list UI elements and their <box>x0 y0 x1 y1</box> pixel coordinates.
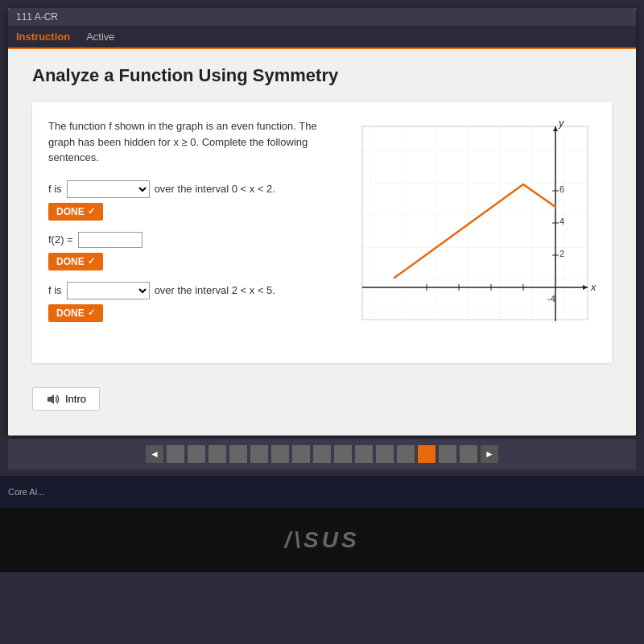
asus-logo: /\SUS <box>284 527 359 553</box>
intro-button-label: Intro <box>65 393 86 405</box>
form-row-2: f(2) = <box>48 232 322 248</box>
form-row1-prefix: f is <box>48 183 62 195</box>
done-button-2[interactable]: DONE <box>48 253 103 270</box>
nav-square-13[interactable] <box>418 445 436 463</box>
page-title: Analyze a Function Using Symmetry <box>32 65 612 86</box>
title-bar-label: 111 A-CR <box>16 11 58 23</box>
svg-text:2: 2 <box>559 249 564 258</box>
graph-container: x y -4 6 4 2 <box>338 118 596 347</box>
speaker-icon <box>46 394 60 405</box>
done-button-3[interactable]: DONE <box>48 304 103 322</box>
nav-right-arrow[interactable]: ► <box>481 445 498 463</box>
title-bar: 111 A-CR <box>8 8 636 26</box>
nav-square-6[interactable] <box>271 445 289 463</box>
nav-square-7[interactable] <box>292 445 310 463</box>
intro-button[interactable]: Intro <box>32 387 100 411</box>
form-row1-select[interactable]: increasing decreasing constant <box>67 180 150 198</box>
nav-square-11[interactable] <box>376 445 394 463</box>
form-row2-prefix: f(2) = <box>48 233 73 246</box>
svg-text:-4: -4 <box>547 294 555 303</box>
form-row1-suffix: over the interval 0 < x < 2. <box>155 183 275 195</box>
form-row-3: f is increasing decreasing constant over… <box>48 282 322 299</box>
form-row2-input[interactable] <box>78 232 142 248</box>
nav-square-8[interactable] <box>313 445 331 463</box>
nav-bar: ◄ ► <box>8 439 636 469</box>
nav-square-4[interactable] <box>229 445 247 463</box>
intro-section: Intro <box>32 379 612 419</box>
done-button-1[interactable]: DONE <box>48 203 103 221</box>
asus-area: /\SUS <box>0 508 644 572</box>
form-row3-suffix: over the interval 2 < x < 5. <box>155 284 275 296</box>
graph-svg: x y -4 6 4 2 <box>338 118 596 344</box>
tab-bar: Instruction Active <box>8 26 636 49</box>
content-area: The function f shown in the graph is an … <box>32 102 612 363</box>
taskbar-label: Core Al... <box>8 487 44 497</box>
nav-square-3[interactable] <box>208 445 226 463</box>
nav-square-15[interactable] <box>460 445 477 463</box>
left-panel: The function f shown in the graph is an … <box>48 118 322 347</box>
nav-square-10[interactable] <box>355 445 373 463</box>
form-row3-prefix: f is <box>48 284 62 296</box>
main-content: Analyze a Function Using Symmetry The fu… <box>8 49 636 436</box>
form-row-1: f is increasing decreasing constant over… <box>48 180 322 198</box>
tab-active[interactable]: Active <box>78 26 122 47</box>
form-row3-select[interactable]: increasing decreasing constant <box>67 282 150 299</box>
nav-square-12[interactable] <box>397 445 415 463</box>
tab-instruction[interactable]: Instruction <box>16 26 78 49</box>
svg-text:x: x <box>590 281 596 293</box>
description-text: The function f shown in the graph is an … <box>48 118 322 166</box>
svg-text:6: 6 <box>559 184 564 194</box>
nav-square-9[interactable] <box>334 445 352 463</box>
nav-square-5[interactable] <box>250 445 268 463</box>
taskbar: Core Al... <box>0 476 644 508</box>
svg-marker-19 <box>47 394 54 404</box>
nav-square-14[interactable] <box>439 445 456 463</box>
nav-square-2[interactable] <box>188 445 205 463</box>
svg-text:4: 4 <box>559 217 564 226</box>
nav-square-1[interactable] <box>167 445 184 463</box>
nav-left-arrow[interactable]: ◄ <box>146 445 163 463</box>
